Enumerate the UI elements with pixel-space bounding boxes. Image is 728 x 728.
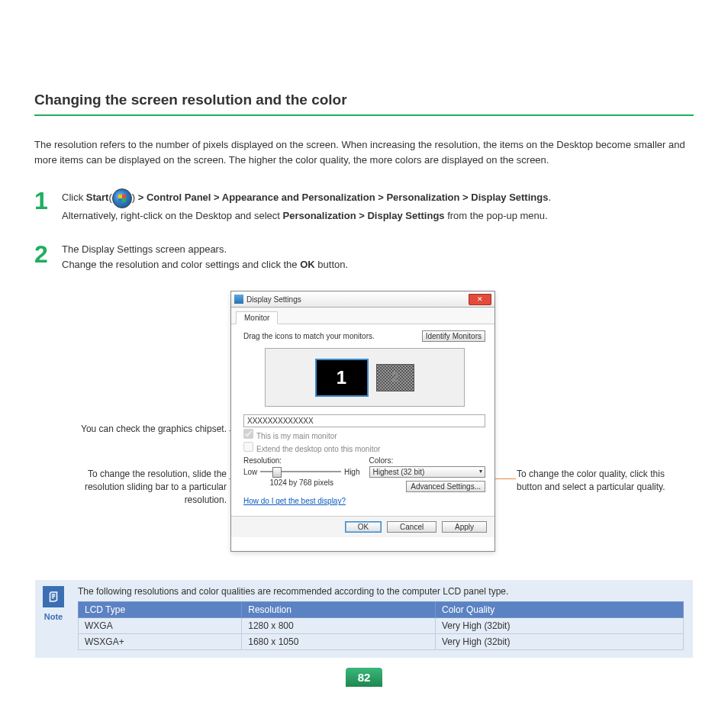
extend-desktop-checkbox[interactable]: Extend the desktop onto this monitor bbox=[243, 442, 485, 453]
advanced-settings-button[interactable]: Advanced Settings... bbox=[406, 481, 485, 492]
step-number-1: 1 bbox=[34, 188, 53, 213]
colors-label: Colors: bbox=[369, 456, 486, 465]
monitor-2[interactable]: 2 bbox=[376, 364, 414, 391]
ok-button[interactable]: OK bbox=[345, 521, 382, 533]
page-title: Changing the screen resolution and the c… bbox=[34, 92, 694, 108]
resolution-value: 1024 by 768 pixels bbox=[243, 478, 360, 487]
page-number: 82 bbox=[346, 668, 383, 687]
step-1-text: Click Start() > Control Panel > Appearan… bbox=[62, 188, 694, 224]
callout-color-quality: To change the color quality, click this … bbox=[517, 468, 688, 494]
help-link[interactable]: How do I get the best display? bbox=[243, 497, 346, 505]
tab-strip: Monitor bbox=[231, 308, 494, 324]
callout-chipset: You can check the graphics chipset. bbox=[74, 423, 227, 436]
step-2: 2 The Display Settings screen appears. C… bbox=[34, 242, 694, 272]
monitor-1[interactable]: 1 bbox=[315, 359, 369, 397]
display-settings-dialog: Display Settings ✕ Monitor Drag the icon… bbox=[230, 291, 495, 552]
callout-resolution: To change the resolution, slide the reso… bbox=[59, 468, 227, 506]
step-1: 1 Click Start() > Control Panel > Appear… bbox=[34, 188, 694, 224]
apply-button[interactable]: Apply bbox=[442, 521, 487, 533]
resolution-slider[interactable]: Low High bbox=[243, 466, 360, 477]
chipset-field: XXXXXXXXXXXXX bbox=[243, 414, 485, 427]
th-color-quality: Color Quality bbox=[436, 602, 684, 618]
note-label: Note bbox=[43, 612, 64, 621]
dialog-illustration: You can check the graphics chipset. To c… bbox=[36, 291, 692, 558]
identify-monitors-button[interactable]: Identify Monitors bbox=[422, 330, 485, 342]
note-text: The following resolutions and color qual… bbox=[78, 586, 684, 597]
step-number-2: 2 bbox=[34, 242, 53, 266]
step-2-text: The Display Settings screen appears. Cha… bbox=[62, 242, 694, 272]
dialog-titlebar: Display Settings ✕ bbox=[231, 292, 494, 308]
resolution-table: LCD Type Resolution Color Quality WXGA 1… bbox=[78, 601, 684, 650]
resolution-label: Resolution: bbox=[243, 456, 360, 465]
table-row: WXGA 1280 x 800 Very High (32bit) bbox=[79, 618, 684, 634]
intro-text: The resolution refers to the number of p… bbox=[34, 137, 694, 167]
title-rule bbox=[34, 114, 694, 116]
th-resolution: Resolution bbox=[242, 602, 436, 618]
dialog-buttons: OK Cancel Apply bbox=[231, 516, 494, 537]
cancel-button[interactable]: Cancel bbox=[387, 521, 436, 533]
close-button[interactable]: ✕ bbox=[469, 294, 491, 305]
main-monitor-checkbox[interactable]: This is my main monitor bbox=[243, 429, 485, 440]
note-box: Note The following resolutions and color… bbox=[34, 579, 694, 659]
colors-dropdown[interactable]: Highest (32 bit) bbox=[369, 466, 486, 478]
note-icon bbox=[43, 586, 64, 607]
monitor-preview[interactable]: 1 2 bbox=[265, 348, 465, 407]
drag-instruction: Drag the icons to match your monitors. bbox=[243, 332, 375, 340]
tab-monitor[interactable]: Monitor bbox=[236, 311, 278, 324]
dialog-title: Display Settings bbox=[246, 295, 469, 304]
windows-start-icon bbox=[112, 188, 132, 208]
th-lcd-type: LCD Type bbox=[79, 602, 242, 618]
dialog-icon bbox=[234, 295, 243, 304]
table-row: WSXGA+ 1680 x 1050 Very High (32bit) bbox=[79, 634, 684, 650]
